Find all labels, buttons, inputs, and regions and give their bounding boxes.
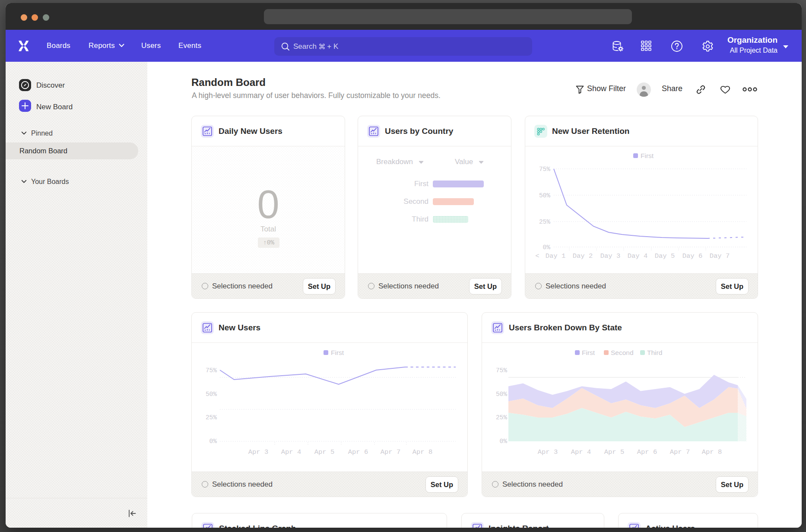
svg-text:Day 7: Day 7 — [710, 252, 730, 260]
svg-text:Apr 7: Apr 7 — [670, 448, 690, 456]
svg-text:Apr 6: Apr 6 — [637, 448, 657, 456]
svg-text:Day 3: Day 3 — [600, 252, 621, 260]
svg-text:Third: Third — [647, 349, 662, 356]
svg-text:75%: 75% — [206, 367, 217, 374]
svg-text:50%: 50% — [539, 192, 550, 199]
svg-text:First: First — [641, 152, 654, 159]
svg-text:Day 6: Day 6 — [682, 252, 703, 260]
svg-text:25%: 25% — [496, 414, 507, 421]
svg-text:25%: 25% — [206, 414, 217, 421]
svg-text:Day 2: Day 2 — [573, 252, 593, 260]
svg-text:0%: 0% — [209, 438, 217, 445]
svg-text:Apr 8: Apr 8 — [413, 448, 433, 456]
svg-text:50%: 50% — [206, 391, 217, 398]
svg-text:25%: 25% — [539, 218, 550, 225]
svg-text:0%: 0% — [543, 244, 551, 251]
svg-text:Apr 4: Apr 4 — [571, 448, 591, 456]
svg-text:Second: Second — [611, 349, 634, 356]
svg-text:Apr 3: Apr 3 — [248, 448, 269, 456]
svg-text:Apr 8: Apr 8 — [702, 448, 722, 456]
svg-text:75%: 75% — [539, 166, 550, 173]
svg-text:0%: 0% — [500, 438, 508, 445]
svg-text:First: First — [331, 349, 344, 356]
svg-text:Apr 5: Apr 5 — [604, 448, 625, 456]
svg-text:Apr 5: Apr 5 — [314, 448, 335, 456]
svg-text:Apr 4: Apr 4 — [281, 448, 301, 456]
svg-text:Day 5: Day 5 — [655, 252, 675, 260]
svg-text:Apr 6: Apr 6 — [348, 448, 368, 456]
svg-text:Apr 3: Apr 3 — [538, 448, 558, 456]
svg-text:Day 1: Day 1 — [546, 252, 566, 260]
svg-text:75%: 75% — [496, 367, 507, 374]
svg-text:50%: 50% — [496, 391, 507, 398]
svg-text:Day 4: Day 4 — [628, 252, 648, 260]
svg-text:First: First — [582, 349, 595, 356]
svg-text:Apr 7: Apr 7 — [381, 448, 401, 456]
svg-text:<: < — [535, 252, 539, 260]
